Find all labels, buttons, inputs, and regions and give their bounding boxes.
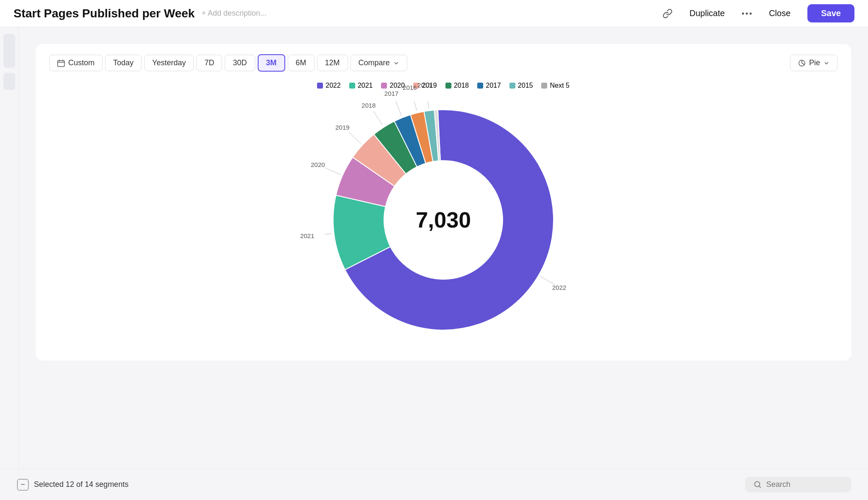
add-description-link[interactable]: + Add description... xyxy=(201,9,267,18)
left-sidebar xyxy=(0,27,19,500)
legend-item-2017[interactable]: 2017 xyxy=(477,82,501,89)
compare-button[interactable]: Compare xyxy=(351,55,407,71)
duplicate-button[interactable]: Duplicate xyxy=(683,5,732,22)
donut-chart-area: 7,030 20222021202020192018201720162015 xyxy=(49,93,837,347)
svg-line-9 xyxy=(373,111,383,125)
chart-type-right: Pie xyxy=(790,55,837,71)
deselect-all-button[interactable]: − xyxy=(17,479,29,491)
bottom-bar: − Selected 12 of 14 segments xyxy=(0,469,868,500)
more-options-button[interactable] xyxy=(742,12,752,15)
svg-line-5 xyxy=(540,276,555,285)
30d-button[interactable]: 30D xyxy=(225,55,255,71)
link-icon-button[interactable] xyxy=(662,8,673,19)
today-button[interactable]: Today xyxy=(105,55,142,71)
svg-point-2 xyxy=(750,12,752,14)
main-content: Custom Today Yesterday 7D 30D 3M 6M 12M … xyxy=(19,27,868,394)
selected-segments-label: Selected 12 of 14 segments xyxy=(34,480,128,489)
3m-button[interactable]: 3M xyxy=(258,54,285,72)
legend-item-2018[interactable]: 2018 xyxy=(445,82,469,89)
svg-line-7 xyxy=(325,168,341,175)
svg-line-6 xyxy=(325,233,332,236)
search-wrap xyxy=(745,477,851,492)
svg-line-10 xyxy=(395,101,401,116)
custom-label: Custom xyxy=(68,58,95,67)
6m-button[interactable]: 6M xyxy=(288,55,314,71)
legend-item-2022[interactable]: 2022 xyxy=(317,82,341,89)
segment-label-2020: 2020 xyxy=(311,161,325,168)
chart-container: Custom Today Yesterday 7D 30D 3M 6M 12M … xyxy=(36,44,851,361)
sidebar-item-2 xyxy=(3,73,15,90)
filter-left: Custom Today Yesterday 7D 30D 3M 6M 12M … xyxy=(49,54,407,72)
legend-item-2021[interactable]: 2021 xyxy=(349,82,373,89)
top-bar: Start Pages Published per Week + Add des… xyxy=(0,0,868,27)
search-icon xyxy=(754,481,762,489)
page-title: Start Pages Published per Week xyxy=(14,7,195,20)
bottom-left: − Selected 12 of 14 segments xyxy=(17,479,128,491)
svg-point-0 xyxy=(742,12,744,14)
sidebar-item-1 xyxy=(3,34,15,68)
svg-line-11 xyxy=(413,101,417,111)
svg-line-8 xyxy=(348,132,361,144)
legend-item-2019[interactable]: 2019 xyxy=(413,82,437,89)
filter-bar: Custom Today Yesterday 7D 30D 3M 6M 12M … xyxy=(49,54,837,72)
save-button[interactable]: Save xyxy=(807,4,854,22)
donut-chart-svg xyxy=(325,101,562,339)
legend-item-Next 5[interactable]: Next 5 xyxy=(541,82,569,89)
svg-point-1 xyxy=(746,12,748,14)
compare-label: Compare xyxy=(359,58,390,67)
custom-date-button[interactable]: Custom xyxy=(49,55,103,71)
close-button[interactable]: Close xyxy=(762,5,797,22)
top-bar-left: Start Pages Published per Week + Add des… xyxy=(14,7,267,20)
svg-rect-3 xyxy=(58,61,64,67)
7d-button[interactable]: 7D xyxy=(196,55,222,71)
svg-line-12 xyxy=(427,101,429,108)
svg-point-13 xyxy=(755,481,760,486)
search-input[interactable] xyxy=(766,480,843,489)
legend-item-2020[interactable]: 2020 xyxy=(381,82,405,89)
pie-label: Pie xyxy=(809,58,820,67)
legend-item-2015[interactable]: 2015 xyxy=(509,82,533,89)
pie-button[interactable]: Pie xyxy=(790,55,837,71)
yesterday-button[interactable]: Yesterday xyxy=(144,55,194,71)
chart-legend: 2022202120202019201820172015Next 5 xyxy=(49,82,837,89)
12m-button[interactable]: 12M xyxy=(317,55,348,71)
segment-label-2017: 2017 xyxy=(384,90,398,97)
segment-label-2021: 2021 xyxy=(300,232,314,239)
top-bar-right: Duplicate Close Save xyxy=(662,4,854,22)
